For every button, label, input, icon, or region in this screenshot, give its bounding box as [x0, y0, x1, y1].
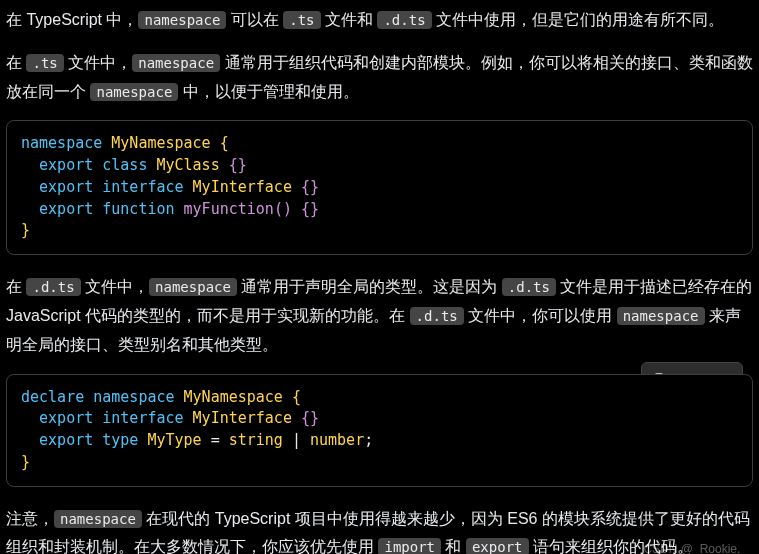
identifier: MyNamespace — [184, 388, 283, 406]
keyword: function — [102, 200, 174, 218]
brace: { — [220, 134, 229, 152]
keyword: export — [39, 178, 93, 196]
identifier: myFunction — [184, 200, 274, 218]
paragraph-4: 注意，namespace 在现代的 TypeScript 项目中使用得越来越少，… — [6, 505, 753, 554]
brace: {} — [301, 409, 319, 427]
inline-code-ts: .ts — [26, 54, 63, 72]
brace: { — [292, 388, 301, 406]
identifier: MyInterface — [193, 409, 292, 427]
identifier: MyClass — [156, 156, 219, 174]
inline-code-namespace: namespace — [54, 510, 142, 528]
text: 在 — [6, 54, 26, 71]
text: 在 TypeScript 中， — [6, 11, 138, 28]
inline-code-dts: .d.ts — [502, 278, 556, 296]
brace: } — [21, 221, 30, 239]
text: 文件和 — [321, 11, 378, 28]
keyword: declare — [21, 388, 84, 406]
text: 中，以便于管理和使用。 — [178, 83, 358, 100]
type: string — [229, 431, 283, 449]
text: 文件中，你可以使用 — [464, 307, 617, 324]
paragraph-2: 在 .ts 文件中，namespace 通常用于组织代码和创建内部模块。例如，你… — [6, 49, 753, 107]
brace: {} — [229, 156, 247, 174]
text: 可以在 — [226, 11, 283, 28]
inline-code-dts: .d.ts — [26, 278, 80, 296]
code-block-1: namespace MyNamespace { export class MyC… — [6, 120, 753, 255]
semicolon: ; — [364, 431, 373, 449]
operator: = — [211, 431, 220, 449]
operator: | — [292, 431, 301, 449]
keyword: namespace — [21, 134, 102, 152]
keyword: interface — [102, 409, 183, 427]
paragraph-3: 在 .d.ts 文件中，namespace 通常用于声明全局的类型。这是因为 .… — [6, 273, 753, 359]
brace: {} — [301, 200, 319, 218]
text: 文件中， — [64, 54, 132, 71]
inline-code-namespace: namespace — [138, 11, 226, 29]
keyword: export — [39, 431, 93, 449]
inline-code-dts: .d.ts — [410, 307, 464, 325]
keyword: class — [102, 156, 147, 174]
text: 和 — [441, 538, 466, 554]
identifier: MyType — [147, 431, 201, 449]
parens: () — [274, 200, 292, 218]
brace: {} — [301, 178, 319, 196]
keyword: type — [102, 431, 138, 449]
code-block-2-wrap: ··· declare namespace MyNamespace { expo… — [6, 374, 753, 487]
keyword: namespace — [93, 388, 174, 406]
text: 通常用于声明全局的类型。这是因为 — [237, 278, 502, 295]
text: 注意， — [6, 510, 54, 527]
inline-code-import: import — [378, 538, 441, 554]
inline-code-namespace: namespace — [90, 83, 178, 101]
keyword: export — [39, 156, 93, 174]
inline-code-dts: .d.ts — [377, 11, 431, 29]
text: 语句来组织你的代码。 — [529, 538, 693, 554]
keyword: export — [39, 409, 93, 427]
text: 文件中使用，但是它们的用途有所不同。 — [432, 11, 724, 28]
paragraph-1: 在 TypeScript 中，namespace 可以在 .ts 文件和 .d.… — [6, 6, 753, 35]
text: 文件中， — [81, 278, 149, 295]
inline-code-ts: .ts — [283, 11, 320, 29]
code-block-2: declare namespace MyNamespace { export i… — [6, 374, 753, 487]
brace: } — [21, 453, 30, 471]
inline-code-namespace: namespace — [149, 278, 237, 296]
keyword: export — [39, 200, 93, 218]
identifier: MyNamespace — [111, 134, 210, 152]
inline-code-namespace: namespace — [132, 54, 220, 72]
text: 在 — [6, 278, 26, 295]
inline-code-namespace: namespace — [617, 307, 705, 325]
identifier: MyInterface — [193, 178, 292, 196]
keyword: interface — [102, 178, 183, 196]
type: number — [310, 431, 364, 449]
inline-code-export: export — [466, 538, 529, 554]
